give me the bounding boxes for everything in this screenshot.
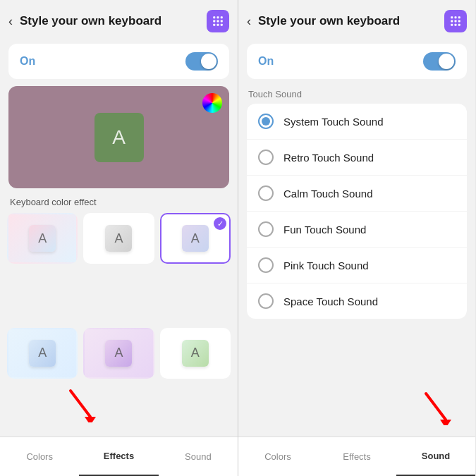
style-item-5[interactable]: A xyxy=(83,328,154,379)
left-nav-sound-label: Sound xyxy=(185,451,212,462)
right-grid-icon-button[interactable] xyxy=(444,10,467,32)
svg-rect-12 xyxy=(455,16,457,18)
sound-option-system[interactable]: System Touch Sound xyxy=(247,104,467,139)
left-nav-colors-label: Colors xyxy=(26,451,53,462)
sound-option-space[interactable]: Space Touch Sound xyxy=(247,283,467,319)
style-key-3: A xyxy=(182,225,209,252)
right-panel: ‹ Style your own keyboard On Touch Sound xyxy=(238,0,475,476)
svg-marker-21 xyxy=(440,420,451,425)
sound-option-pink[interactable]: Pink Touch Sound xyxy=(247,248,467,283)
svg-rect-14 xyxy=(451,20,453,23)
svg-rect-3 xyxy=(213,20,215,23)
svg-rect-15 xyxy=(455,20,457,23)
svg-rect-19 xyxy=(458,24,460,26)
svg-rect-16 xyxy=(458,20,460,23)
right-nav-sound[interactable]: Sound xyxy=(396,437,475,476)
style-key-6: A xyxy=(182,340,209,367)
style-item-2[interactable]: A xyxy=(83,213,154,264)
right-nav-colors[interactable]: Colors xyxy=(238,437,317,476)
sound-option-system-label: System Touch Sound xyxy=(283,116,383,128)
radio-space[interactable] xyxy=(258,293,274,309)
left-page-title: Style your own keyboard xyxy=(20,14,207,28)
style-item-1[interactable]: A xyxy=(7,213,78,264)
sound-option-fun[interactable]: Fun Touch Sound xyxy=(247,212,467,247)
svg-rect-7 xyxy=(217,24,219,26)
sound-option-retro[interactable]: Retro Touch Sound xyxy=(247,140,467,175)
radio-pink[interactable] xyxy=(258,257,274,273)
radio-calm[interactable] xyxy=(258,185,274,201)
style-item-6[interactable]: A xyxy=(160,328,231,379)
left-header: ‹ Style your own keyboard xyxy=(0,0,238,39)
selected-check-icon: ✓ xyxy=(214,217,226,230)
grid-dots-icon xyxy=(212,15,224,28)
color-effect-label: Keyboard color effect xyxy=(10,197,228,207)
color-wheel-button[interactable] xyxy=(202,93,222,113)
svg-rect-11 xyxy=(451,16,453,18)
left-toggle-row: On xyxy=(8,44,229,79)
right-nav-sound-label: Sound xyxy=(422,451,450,461)
right-grid-dots-icon xyxy=(449,15,462,28)
right-back-button[interactable]: ‹ xyxy=(247,14,251,29)
svg-rect-0 xyxy=(213,16,215,18)
right-arrow-indicator xyxy=(419,390,454,428)
left-back-button[interactable]: ‹ xyxy=(8,14,13,29)
left-nav-effects[interactable]: Effects xyxy=(79,437,158,476)
sound-options-list: System Touch Sound Retro Touch Sound Cal… xyxy=(247,104,467,319)
left-toggle-switch[interactable] xyxy=(185,52,218,71)
radio-system-inner xyxy=(262,117,270,126)
radio-system[interactable] xyxy=(258,114,274,129)
right-bottom-nav: Colors Effects Sound xyxy=(238,437,475,476)
right-header: ‹ Style your own keyboard xyxy=(238,0,475,39)
svg-rect-13 xyxy=(458,16,460,18)
sound-option-fun-label: Fun Touch Sound xyxy=(283,224,366,236)
radio-fun[interactable] xyxy=(258,221,274,237)
style-key-2: A xyxy=(105,225,132,252)
style-key-1: A xyxy=(29,225,56,252)
right-toggle-switch[interactable] xyxy=(423,52,456,71)
preview-key-a: A xyxy=(94,113,144,162)
left-nav-colors[interactable]: Colors xyxy=(0,437,79,476)
style-key-4: A xyxy=(29,340,56,367)
keyboard-preview: A xyxy=(8,86,229,188)
sound-option-pink-label: Pink Touch Sound xyxy=(283,260,369,271)
left-bottom-nav: Colors Effects Sound xyxy=(0,437,238,476)
right-red-arrow-icon xyxy=(419,390,454,425)
left-panel: ‹ Style your own keyboard On A Keyboard … xyxy=(0,0,238,476)
svg-rect-8 xyxy=(221,24,223,26)
touch-sound-section-label: Touch Sound xyxy=(248,89,465,99)
svg-rect-1 xyxy=(217,16,219,18)
style-key-5: A xyxy=(105,340,132,367)
right-toggle-row: On xyxy=(247,44,467,79)
right-nav-effects[interactable]: Effects xyxy=(317,437,396,476)
sound-option-space-label: Space Touch Sound xyxy=(283,295,378,307)
svg-rect-4 xyxy=(217,20,219,23)
svg-rect-6 xyxy=(213,24,215,26)
svg-rect-5 xyxy=(221,20,223,23)
left-nav-effects-label: Effects xyxy=(104,451,134,461)
svg-rect-2 xyxy=(221,16,223,18)
left-grid-icon-button[interactable] xyxy=(207,10,229,32)
right-page-title: Style your own keyboard xyxy=(258,14,444,28)
right-nav-colors-label: Colors xyxy=(264,451,291,462)
style-item-3[interactable]: A ✓ xyxy=(160,213,231,264)
svg-line-20 xyxy=(426,393,446,420)
svg-rect-18 xyxy=(455,24,457,26)
left-toggle-label: On xyxy=(20,55,35,68)
right-nav-effects-label: Effects xyxy=(343,451,371,462)
sound-option-retro-label: Retro Touch Sound xyxy=(283,152,374,164)
style-item-4[interactable]: A xyxy=(7,328,78,379)
radio-retro[interactable] xyxy=(258,149,274,165)
sound-option-calm-label: Calm Touch Sound xyxy=(283,188,372,200)
style-grid: A A A ✓ A A A xyxy=(7,213,231,437)
sound-option-calm[interactable]: Calm Touch Sound xyxy=(247,176,467,211)
left-nav-sound[interactable]: Sound xyxy=(159,437,238,476)
svg-rect-17 xyxy=(451,24,453,26)
right-toggle-label: On xyxy=(258,55,274,68)
